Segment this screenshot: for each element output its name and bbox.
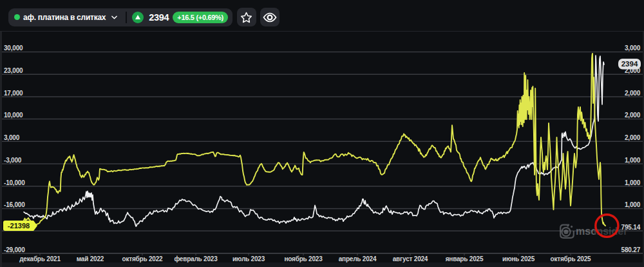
svg-text:январь 2025: январь 2025 — [446, 255, 484, 262]
svg-text:декабрь 2021: декабрь 2021 — [19, 255, 61, 262]
svg-text:2,000: 2,000 — [625, 134, 641, 141]
svg-text:1,000: 1,000 — [625, 157, 641, 164]
svg-text:30,000: 30,000 — [4, 44, 23, 52]
svg-text:23,000: 23,000 — [4, 67, 23, 74]
svg-text:580.27: 580.27 — [621, 246, 641, 253]
svg-text:3,000: 3,000 — [625, 44, 641, 52]
svg-text:-29,000: -29,000 — [4, 246, 25, 253]
svg-text:февраль 2023: февраль 2023 — [174, 255, 218, 262]
svg-text:17,000: 17,000 — [4, 90, 23, 97]
svg-text:июнь 2025: июнь 2025 — [502, 255, 535, 262]
svg-text:1,000: 1,000 — [625, 179, 641, 186]
svg-text:июль 2023: июль 2023 — [232, 255, 265, 262]
svg-text:-16,000: -16,000 — [4, 201, 25, 208]
svg-text:-21398: -21398 — [8, 222, 30, 230]
svg-text:10,000: 10,000 — [4, 112, 23, 119]
svg-text:2,000: 2,000 — [625, 112, 641, 119]
svg-text:апрель 2024: апрель 2024 — [339, 255, 377, 262]
svg-text:май 2022: май 2022 — [77, 255, 104, 262]
svg-text:октябрь 2022: октябрь 2022 — [122, 255, 164, 262]
svg-text:октябрь 2025: октябрь 2025 — [551, 255, 592, 262]
svg-text:3,000: 3,000 — [4, 134, 20, 141]
svg-text:1,000: 1,000 — [625, 201, 641, 208]
svg-text:2,000: 2,000 — [625, 90, 641, 97]
svg-text:-3,000: -3,000 — [4, 157, 22, 164]
svg-text:август 2024: август 2024 — [393, 255, 428, 262]
svg-text:ноябрь 2023: ноябрь 2023 — [284, 255, 323, 262]
svg-text:2394: 2394 — [621, 60, 638, 68]
svg-text:-10,000: -10,000 — [4, 179, 25, 186]
